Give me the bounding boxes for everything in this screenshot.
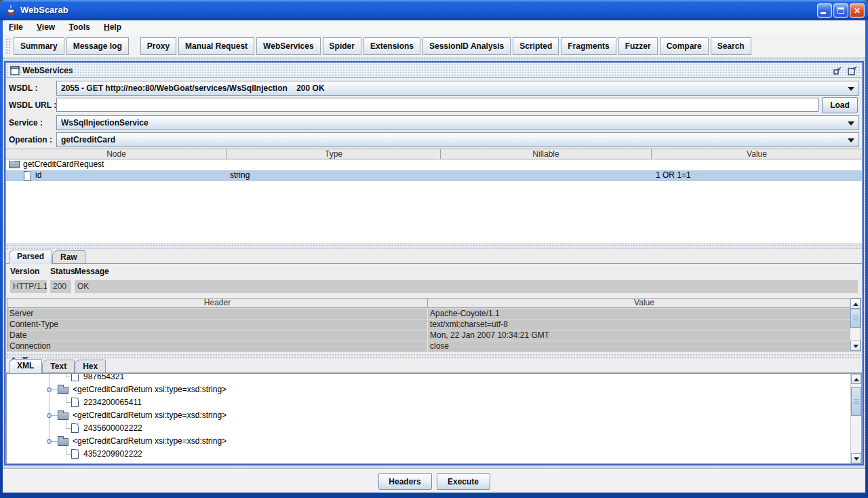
folder-icon <box>58 387 68 394</box>
table-row[interactable]: getCreditCardRequest <box>6 159 862 170</box>
tab-hex[interactable]: Hex <box>75 360 106 373</box>
toolbar-webservices[interactable]: WebServices <box>256 37 321 55</box>
scroll-down-button[interactable] <box>850 341 861 351</box>
tab-parsed[interactable]: Parsed <box>9 250 52 264</box>
toolbar-extensions[interactable]: Extensions <box>363 37 420 55</box>
vertical-scrollbar[interactable] <box>850 299 861 351</box>
tab-raw[interactable]: Raw <box>52 250 85 264</box>
column-header-nillable[interactable]: Nillable <box>441 149 652 159</box>
toolbar-drag-handle-icon[interactable] <box>5 38 12 55</box>
menu-tools[interactable]: Tools <box>64 20 96 35</box>
version-value: HTTP/1.1 <box>10 280 47 293</box>
table-row[interactable]: Content-Type text/xml;charset=utf-8 <box>7 319 861 330</box>
table-row[interactable]: Server Apache-Coyote/1.1 <box>7 308 861 319</box>
tree-leaf-row[interactable]: 2234200065411 <box>7 396 850 409</box>
internal-frame-titlebar[interactable]: WebServices <box>6 63 862 78</box>
toolbar-scripted[interactable]: Scripted <box>513 37 559 55</box>
wsdl-url-input[interactable] <box>56 98 818 112</box>
scroll-thumb[interactable] <box>850 309 861 328</box>
webservices-internal-frame: WebServices WSDL : 2055 - GET http://neo <box>4 61 864 465</box>
scroll-thumb[interactable] <box>851 387 861 416</box>
menu-help[interactable]: Help <box>98 20 127 35</box>
folder-icon <box>9 161 20 168</box>
operation-combobox[interactable]: getCreditCard <box>56 132 859 147</box>
tree-node-row[interactable]: <getCreditCardReturn xsi:type=xsd:string… <box>7 409 850 422</box>
expand-handle-icon[interactable] <box>47 413 52 418</box>
tree-element: <getCreditCardReturn xsi:type=xsd:string… <box>73 383 226 396</box>
operation-label: Operation : <box>9 135 52 145</box>
maximize-button[interactable] <box>833 3 848 18</box>
table-row[interactable]: Date Mon, 22 Jan 2007 10:34:21 GMT <box>7 330 861 341</box>
param-type: string <box>230 170 250 180</box>
scroll-up-button[interactable] <box>851 374 861 384</box>
tab-text[interactable]: Text <box>42 360 75 373</box>
tree-leaf-row[interactable]: 4352209902222 <box>7 448 850 461</box>
tree-element: <getCreditCardReturn xsi:type=xsd:string… <box>73 435 226 448</box>
toolbar-fragments[interactable]: Fragments <box>561 37 616 55</box>
column-header-value[interactable]: Value <box>652 149 862 159</box>
folder-icon <box>58 438 68 446</box>
xml-tree-panel: 987654321 <getCreditCardReturn xsi:type=… <box>6 373 862 464</box>
toolbar-message-log[interactable]: Message log <box>66 37 129 55</box>
scroll-down-button[interactable] <box>851 453 861 463</box>
menu-view[interactable]: View <box>31 20 60 35</box>
parameters-table: Node Type Nillable Value getCreditCardRe… <box>6 149 862 244</box>
tree-value: 2435600002222 <box>83 422 142 435</box>
scroll-up-button[interactable] <box>850 299 861 309</box>
menu-file[interactable]: File <box>3 20 28 35</box>
internal-frame-icon <box>10 66 20 75</box>
client-area: File View Tools Help Summary Message log… <box>3 20 865 493</box>
close-button[interactable]: ✕ <box>850 3 865 18</box>
tree-node-row[interactable]: <getCreditCardReturn xsi:type=xsd:string… <box>7 435 850 448</box>
internal-frame-title: WebServices <box>22 63 73 78</box>
service-combobox[interactable]: WsSqlInjectionService <box>56 115 859 130</box>
wsdl-label: WSDL : <box>9 83 37 93</box>
header-value: text/xml;charset=utf-8 <box>428 320 861 330</box>
document-icon <box>71 423 79 433</box>
internal-frame-restore-button[interactable] <box>847 65 858 76</box>
headers-button[interactable]: Headers <box>378 473 432 490</box>
toolbar-compare[interactable]: Compare <box>660 37 709 55</box>
split-divider[interactable] <box>6 353 862 359</box>
toolbar-proxy[interactable]: Proxy <box>140 37 176 55</box>
toolbar-spider[interactable]: Spider <box>323 37 361 55</box>
toolbar: Summary Message log Proxy Manual Request… <box>3 35 865 57</box>
vertical-scrollbar[interactable] <box>850 374 861 463</box>
column-header-node[interactable]: Node <box>6 149 227 159</box>
expand-handle-icon[interactable] <box>47 439 52 444</box>
table-row[interactable]: Connection close <box>7 341 861 351</box>
tree-leaf-row[interactable]: 987654321 <box>7 374 850 383</box>
message-value: OK <box>75 280 858 293</box>
tree-leaf-row[interactable]: 2435600002222 <box>7 422 850 435</box>
tree-node-row[interactable]: <getCreditCardReturn xsi:type=xsd:string… <box>7 383 850 396</box>
split-divider[interactable] <box>6 244 862 250</box>
header-name: Content-Type <box>7 320 428 330</box>
column-header-header[interactable]: Header <box>7 299 428 307</box>
table-row-selected[interactable]: id string 1 OR 1=1 <box>6 170 862 181</box>
internal-frame-minimize-button[interactable] <box>832 65 843 76</box>
load-button[interactable]: Load <box>822 97 858 113</box>
toolbar-summary[interactable]: Summary <box>14 37 64 55</box>
header-value: close <box>428 341 861 351</box>
tab-xml[interactable]: XML <box>9 359 42 373</box>
webscarab-window: WebScarab ✕ File View Tools Help Summary… <box>0 0 868 498</box>
wsdl-combobox[interactable]: 2055 - GET http://neo:80/WebGoat/service… <box>56 81 859 96</box>
toolbar-search[interactable]: Search <box>711 37 751 55</box>
column-header-value[interactable]: Value <box>428 299 861 307</box>
window-titlebar[interactable]: WebScarab ✕ <box>0 0 868 20</box>
column-header-type[interactable]: Type <box>227 149 441 159</box>
execute-button[interactable]: Execute <box>437 473 490 490</box>
tree-value: 2234200065411 <box>83 396 142 409</box>
toolbar-sessionid-analysis[interactable]: SessionID Analysis <box>422 37 511 55</box>
minimize-icon <box>821 12 826 14</box>
toolbar-fuzzer[interactable]: Fuzzer <box>618 37 658 55</box>
header-name: Date <box>7 330 428 341</box>
operation-selected-value: getCreditCard <box>61 133 844 147</box>
document-icon <box>24 171 31 180</box>
status-label: Status <box>50 267 75 276</box>
minimize-button[interactable] <box>817 3 832 18</box>
param-node-name: id <box>35 170 41 180</box>
expand-handle-icon[interactable] <box>47 387 52 392</box>
maximize-icon <box>837 7 844 14</box>
toolbar-manual-request[interactable]: Manual Request <box>178 37 254 55</box>
